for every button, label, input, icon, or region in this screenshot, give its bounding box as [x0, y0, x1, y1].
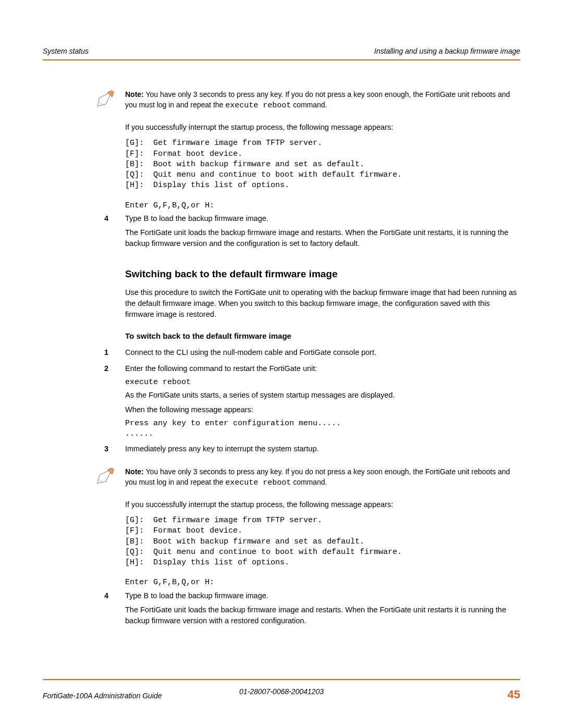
step-line: Enter the following command to restart t…	[125, 363, 520, 374]
step-line: Type B to load the backup firmware image…	[125, 590, 520, 601]
step-number: 4	[104, 590, 125, 630]
note-body-b: command.	[291, 478, 327, 486]
press-any-key-msg: Press any key to enter configuration men…	[125, 418, 520, 440]
cmd-execute-reboot: execute reboot	[125, 377, 520, 388]
step-2: 2 Enter the following command to restart…	[104, 363, 520, 441]
note-cmd: execute reboot	[225, 101, 291, 110]
step-1: 1 Connect to the CLI using the null-mode…	[104, 347, 520, 361]
note-cmd: execute reboot	[225, 478, 291, 487]
step-line: The FortiGate unit loads the backup firm…	[125, 227, 520, 249]
step-line: As the FortiGate units starts, a series …	[125, 390, 520, 401]
note-pencil-icon	[94, 90, 116, 112]
page-number: 45	[508, 686, 520, 703]
footer-center: 01-28007-0068-20041203	[239, 686, 324, 697]
step-line: Immediately press any key to interrupt t…	[125, 443, 520, 454]
note-block-2: Note: You have only 3 seconds to press a…	[94, 467, 520, 489]
enter-prompt-1: Enter G,F,B,Q,or H:	[125, 201, 520, 211]
step-line: Connect to the CLI using the null-modem …	[125, 347, 520, 358]
heading-switching-back: Switching back to the default firmware i…	[125, 267, 520, 281]
page-header: System status Installing and using a bac…	[43, 46, 520, 60]
interrupt-message-2: If you successfully interrupt the startu…	[125, 499, 520, 510]
interrupt-message-1: If you successfully interrupt the startu…	[125, 122, 520, 133]
header-right: Installing and using a backup firmware i…	[374, 46, 520, 56]
note-block-1: Note: You have only 3 seconds to press a…	[94, 90, 520, 112]
header-left: System status	[43, 46, 89, 56]
note-body-b: command.	[291, 101, 327, 109]
step-number: 3	[104, 443, 125, 458]
step-number: 1	[104, 347, 125, 361]
step-4a: 4 Type B to load the backup firmware ima…	[104, 213, 520, 252]
boot-menu-1: [G]: Get firmware image from TFTP server…	[125, 138, 520, 191]
step-3: 3 Immediately press any key to interrupt…	[104, 443, 520, 458]
boot-menu-2: [G]: Get firmware image from TFTP server…	[125, 515, 520, 568]
step-number: 4	[104, 213, 125, 252]
note-text-2: Note: You have only 3 seconds to press a…	[125, 467, 520, 488]
step-line: The FortiGate unit loads the backup firm…	[125, 604, 520, 626]
page-footer: FortiGate-100A Administration Guide 01-2…	[43, 679, 520, 703]
note-text-1: Note: You have only 3 seconds to press a…	[125, 90, 520, 111]
intro-paragraph: Use this procedure to switch the FortiGa…	[125, 287, 520, 320]
step-line: When the following message appears:	[125, 404, 520, 415]
main-content: Note: You have only 3 seconds to press a…	[43, 90, 520, 629]
note-pencil-icon	[94, 467, 116, 489]
subheading-to-switch: To switch back to the default firmware i…	[125, 330, 520, 342]
note-label: Note:	[125, 467, 144, 476]
step-line: Type B to load the backup firmware image…	[125, 213, 520, 224]
footer-left: FortiGate-100A Administration Guide	[43, 690, 162, 701]
note-label: Note:	[125, 90, 144, 98]
enter-prompt-2: Enter G,F,B,Q,or H:	[125, 577, 520, 588]
step-number: 2	[104, 363, 125, 441]
step-4b: 4 Type B to load the backup firmware ima…	[104, 590, 520, 630]
